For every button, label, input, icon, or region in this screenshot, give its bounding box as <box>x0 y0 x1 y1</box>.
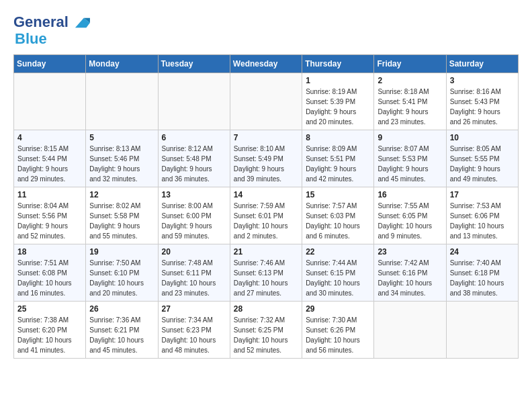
calendar-cell <box>374 301 446 358</box>
day-number: 3 <box>450 76 515 85</box>
page-container: General Blue SundayMondayTuesd <box>0 0 532 365</box>
day-number: 21 <box>234 247 298 257</box>
day-number: 25 <box>17 304 82 314</box>
day-number: 9 <box>378 133 442 142</box>
day-number: 18 <box>17 247 82 257</box>
day-info: Sunrise: 8:00 AMSunset: 6:00 PMDaylight:… <box>162 201 226 241</box>
day-info: Sunrise: 8:09 AMSunset: 5:51 PMDaylight:… <box>306 144 370 184</box>
day-info: Sunrise: 7:32 AMSunset: 6:25 PMDaylight:… <box>234 315 298 355</box>
calendar-cell: 8Sunrise: 8:09 AMSunset: 5:51 PMDaylight… <box>302 130 374 187</box>
calendar-cell: 14Sunrise: 7:59 AMSunset: 6:01 PMDayligh… <box>230 187 302 244</box>
day-number: 28 <box>234 304 298 314</box>
calendar-cell: 26Sunrise: 7:36 AMSunset: 6:21 PMDayligh… <box>86 301 158 358</box>
calendar-cell: 4Sunrise: 8:15 AMSunset: 5:44 PMDaylight… <box>14 130 86 187</box>
calendar-cell: 10Sunrise: 8:05 AMSunset: 5:55 PMDayligh… <box>446 130 518 187</box>
calendar-cell: 28Sunrise: 7:32 AMSunset: 6:25 PMDayligh… <box>230 301 302 358</box>
day-number: 14 <box>234 190 298 199</box>
day-number: 15 <box>306 190 370 199</box>
calendar-week-4: 18Sunrise: 7:51 AMSunset: 6:08 PMDayligh… <box>14 244 519 301</box>
day-number: 13 <box>162 190 226 199</box>
calendar-cell: 20Sunrise: 7:48 AMSunset: 6:11 PMDayligh… <box>158 244 230 301</box>
day-info: Sunrise: 7:38 AMSunset: 6:20 PMDaylight:… <box>17 315 82 355</box>
day-info: Sunrise: 7:53 AMSunset: 6:06 PMDaylight:… <box>450 201 515 241</box>
calendar-cell: 12Sunrise: 8:02 AMSunset: 5:58 PMDayligh… <box>86 187 158 244</box>
day-info: Sunrise: 8:05 AMSunset: 5:55 PMDaylight:… <box>450 144 515 184</box>
day-number: 1 <box>306 76 370 85</box>
calendar-cell: 9Sunrise: 8:07 AMSunset: 5:53 PMDaylight… <box>374 130 446 187</box>
calendar-cell: 7Sunrise: 8:10 AMSunset: 5:49 PMDaylight… <box>230 130 302 187</box>
calendar-week-2: 4Sunrise: 8:15 AMSunset: 5:44 PMDaylight… <box>14 130 519 187</box>
day-number: 10 <box>450 133 515 142</box>
day-number: 5 <box>89 133 154 142</box>
day-number: 11 <box>17 190 82 199</box>
day-info: Sunrise: 8:19 AMSunset: 5:39 PMDaylight:… <box>306 87 370 127</box>
calendar-header-row: SundayMondayTuesdayWednesdayThursdayFrid… <box>14 54 519 73</box>
day-info: Sunrise: 8:18 AMSunset: 5:41 PMDaylight:… <box>378 87 442 127</box>
calendar-cell: 29Sunrise: 7:30 AMSunset: 6:26 PMDayligh… <box>302 301 374 358</box>
weekday-header-sunday: Sunday <box>14 54 86 73</box>
day-info: Sunrise: 8:15 AMSunset: 5:44 PMDaylight:… <box>17 144 82 184</box>
day-info: Sunrise: 8:12 AMSunset: 5:48 PMDaylight:… <box>162 144 226 184</box>
day-info: Sunrise: 7:57 AMSunset: 6:03 PMDaylight:… <box>306 201 370 241</box>
weekday-header-tuesday: Tuesday <box>158 54 230 73</box>
calendar-cell: 18Sunrise: 7:51 AMSunset: 6:08 PMDayligh… <box>14 244 86 301</box>
calendar-cell: 22Sunrise: 7:44 AMSunset: 6:15 PMDayligh… <box>302 244 374 301</box>
day-info: Sunrise: 7:44 AMSunset: 6:15 PMDaylight:… <box>306 258 370 298</box>
calendar-table: SundayMondayTuesdayWednesdayThursdayFrid… <box>13 54 519 359</box>
day-info: Sunrise: 8:10 AMSunset: 5:49 PMDaylight:… <box>234 144 298 184</box>
calendar-cell: 3Sunrise: 8:16 AMSunset: 5:43 PMDaylight… <box>446 73 518 130</box>
calendar-week-5: 25Sunrise: 7:38 AMSunset: 6:20 PMDayligh… <box>14 301 519 358</box>
calendar-cell: 27Sunrise: 7:34 AMSunset: 6:23 PMDayligh… <box>158 301 230 358</box>
day-number: 7 <box>234 133 298 142</box>
day-number: 2 <box>378 76 442 85</box>
day-info: Sunrise: 8:16 AMSunset: 5:43 PMDaylight:… <box>450 87 515 127</box>
day-number: 24 <box>450 247 515 257</box>
day-number: 19 <box>89 247 154 257</box>
day-info: Sunrise: 8:13 AMSunset: 5:46 PMDaylight:… <box>89 144 154 184</box>
weekday-header-monday: Monday <box>86 54 158 73</box>
calendar-cell <box>14 73 86 130</box>
day-info: Sunrise: 7:30 AMSunset: 6:26 PMDaylight:… <box>306 315 370 355</box>
calendar-week-1: 1Sunrise: 8:19 AMSunset: 5:39 PMDaylight… <box>14 73 519 130</box>
day-info: Sunrise: 7:42 AMSunset: 6:16 PMDaylight:… <box>378 258 442 298</box>
day-info: Sunrise: 7:46 AMSunset: 6:13 PMDaylight:… <box>234 258 298 298</box>
calendar-week-3: 11Sunrise: 8:04 AMSunset: 5:56 PMDayligh… <box>14 187 519 244</box>
day-number: 16 <box>378 190 442 199</box>
day-info: Sunrise: 7:55 AMSunset: 6:05 PMDaylight:… <box>378 201 442 241</box>
calendar-cell: 1Sunrise: 8:19 AMSunset: 5:39 PMDaylight… <box>302 73 374 130</box>
weekday-header-friday: Friday <box>374 54 446 73</box>
calendar-cell: 25Sunrise: 7:38 AMSunset: 6:20 PMDayligh… <box>14 301 86 358</box>
day-number: 20 <box>162 247 226 257</box>
day-info: Sunrise: 7:34 AMSunset: 6:23 PMDaylight:… <box>162 315 226 355</box>
calendar-cell: 21Sunrise: 7:46 AMSunset: 6:13 PMDayligh… <box>230 244 302 301</box>
day-number: 23 <box>378 247 442 257</box>
day-number: 22 <box>306 247 370 257</box>
day-info: Sunrise: 7:59 AMSunset: 6:01 PMDaylight:… <box>234 201 298 241</box>
page-header: General Blue <box>13 13 519 48</box>
day-number: 27 <box>162 304 226 314</box>
calendar-cell: 16Sunrise: 7:55 AMSunset: 6:05 PMDayligh… <box>374 187 446 244</box>
day-number: 29 <box>306 304 370 314</box>
weekday-header-thursday: Thursday <box>302 54 374 73</box>
weekday-header-wednesday: Wednesday <box>230 54 302 73</box>
weekday-header-saturday: Saturday <box>446 54 518 73</box>
logo: General Blue <box>13 13 91 48</box>
day-number: 6 <box>162 133 226 142</box>
day-number: 12 <box>89 190 154 199</box>
logo-text: General Blue <box>13 13 91 48</box>
calendar-cell: 23Sunrise: 7:42 AMSunset: 6:16 PMDayligh… <box>374 244 446 301</box>
calendar-cell: 24Sunrise: 7:40 AMSunset: 6:18 PMDayligh… <box>446 244 518 301</box>
day-info: Sunrise: 7:40 AMSunset: 6:18 PMDaylight:… <box>450 258 515 298</box>
day-number: 17 <box>450 190 515 199</box>
calendar-cell <box>158 73 230 130</box>
calendar-cell <box>86 73 158 130</box>
day-info: Sunrise: 7:36 AMSunset: 6:21 PMDaylight:… <box>89 315 154 355</box>
calendar-cell: 2Sunrise: 8:18 AMSunset: 5:41 PMDaylight… <box>374 73 446 130</box>
day-info: Sunrise: 7:48 AMSunset: 6:11 PMDaylight:… <box>162 258 226 298</box>
calendar-cell <box>446 301 518 358</box>
day-number: 4 <box>17 133 82 142</box>
calendar-cell: 17Sunrise: 7:53 AMSunset: 6:06 PMDayligh… <box>446 187 518 244</box>
calendar-cell: 5Sunrise: 8:13 AMSunset: 5:46 PMDaylight… <box>86 130 158 187</box>
day-number: 26 <box>89 304 154 314</box>
day-number: 8 <box>306 133 370 142</box>
